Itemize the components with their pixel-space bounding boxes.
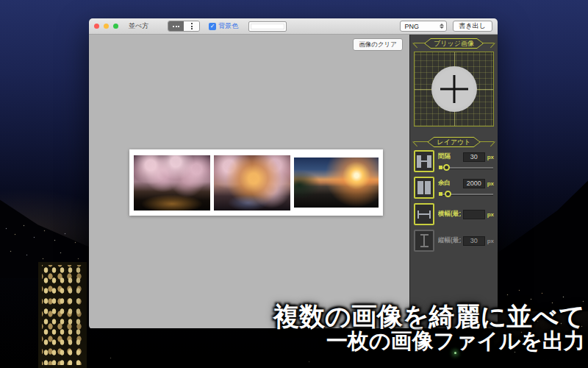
margin-slider-knob[interactable] <box>445 191 451 197</box>
margin-slider[interactable] <box>438 191 494 197</box>
tagline-overlay: 複数の画像を綺麗に並べて 一枚の画像ファイルを出力 <box>273 304 585 353</box>
max-height-unit: px <box>487 238 494 244</box>
building-windows <box>42 265 83 365</box>
control-row-max-height: 縦幅(最大) 30 px <box>414 230 494 252</box>
photo-cherry-blossom-illuminated[interactable] <box>214 155 290 210</box>
spacing-icon-button[interactable] <box>414 150 434 172</box>
background-color-label: 背景色 <box>218 21 238 31</box>
composed-image-strip <box>129 149 383 216</box>
export-format-select[interactable]: PNG <box>400 21 447 32</box>
max-width-icon <box>417 210 431 219</box>
spacing-icon <box>417 155 431 168</box>
export-button[interactable]: 書き出し <box>453 21 492 32</box>
photo-sunset-coast[interactable] <box>294 158 379 208</box>
app-window: 並べ方 ✓ 背景色 PNG 書き出し <box>89 18 498 329</box>
spacing-value-field[interactable]: 30 <box>463 152 485 162</box>
background-color-checkbox[interactable]: ✓ <box>209 23 216 30</box>
background-color-option: ✓ 背景色 <box>209 21 238 31</box>
arrange-vertical-button[interactable] <box>184 21 199 31</box>
spacing-unit: px <box>487 154 494 160</box>
bridge-section-title: ブリッジ画像 <box>425 39 483 48</box>
clear-images-button[interactable]: 画像のクリア <box>353 38 403 51</box>
composition-canvas[interactable]: 画像のクリア <box>89 35 409 328</box>
max-height-icon-button[interactable] <box>414 230 434 252</box>
spacing-label: 間隔 <box>438 152 461 161</box>
max-height-label: 縦幅(最大) <box>438 236 461 245</box>
lit-building <box>38 262 87 368</box>
layout-controls: 間隔 30 px <box>410 150 498 252</box>
vertical-dots-icon <box>191 23 193 24</box>
add-bridge-image-button[interactable] <box>431 66 477 112</box>
window-title: 並べ方 <box>129 21 148 31</box>
bridge-section-header: ブリッジ画像 <box>414 38 494 49</box>
tagline-line2: 一枚の画像ファイルを出力 <box>273 330 585 353</box>
export-format-value: PNG <box>405 23 440 30</box>
arrange-horizontal-button[interactable] <box>168 21 184 31</box>
zoom-window-button[interactable] <box>113 24 118 29</box>
bridge-section-badge: ブリッジ画像 <box>424 38 484 49</box>
minimize-window-button[interactable] <box>104 24 109 29</box>
city-lights <box>0 0 1 1</box>
control-row-margin: 余白 2000 px <box>414 177 494 199</box>
max-height-value-field[interactable]: 30 <box>463 236 485 246</box>
layout-section-title: レイアウト <box>428 138 479 146</box>
horizontal-dots-icon <box>173 26 174 27</box>
control-row-max-width: 横幅(最大) px <box>414 203 494 225</box>
max-width-unit: px <box>487 211 494 218</box>
settings-sidebar: ブリッジ画像 レイアウト <box>409 35 498 328</box>
tagline-line1: 複数の画像を綺麗に並べて <box>273 304 585 330</box>
photo-cherry-blossom-canal[interactable] <box>134 155 210 210</box>
margin-icon-button[interactable] <box>414 177 434 199</box>
background-color-well[interactable] <box>248 21 287 32</box>
margin-value-field[interactable]: 2000 <box>463 179 485 188</box>
bridge-image-dropzone[interactable] <box>414 52 494 127</box>
close-window-button[interactable] <box>94 24 99 29</box>
window-toolbar: 並べ方 ✓ 背景色 PNG 書き出し <box>89 18 498 35</box>
spacing-slider-knob[interactable] <box>443 164 450 171</box>
max-width-value-field[interactable] <box>463 210 485 219</box>
layout-section-badge: レイアウト <box>427 137 480 147</box>
margin-icon <box>417 181 431 194</box>
margin-label: 余白 <box>438 179 461 188</box>
max-height-icon <box>420 234 429 247</box>
spacing-slider[interactable] <box>438 164 494 171</box>
popup-arrows-icon <box>440 24 444 29</box>
margin-unit: px <box>487 180 494 187</box>
layout-section-header: レイアウト <box>414 137 494 147</box>
control-row-spacing: 間隔 30 px <box>414 150 494 172</box>
arrangement-segmented-control <box>168 21 200 32</box>
max-width-label: 横幅(最大) <box>438 210 461 219</box>
max-width-icon-button[interactable] <box>414 203 434 225</box>
